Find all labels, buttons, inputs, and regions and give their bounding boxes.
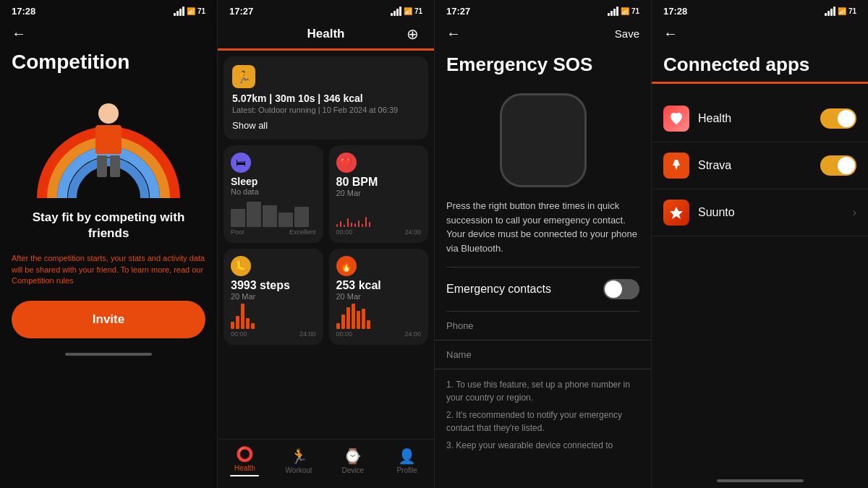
status-bar-2: 17:27 📶 71 [218,0,434,20]
heart-rate-card[interactable]: ❤️ 80 BPM 20 Mar 00:00 24:0 [329,145,429,243]
app-item-strava[interactable]: Strava [652,142,868,189]
emergency-sos-panel: 17:27 📶 71 ← Save Emergency SOS ← Press … [434,0,651,488]
time-1: 17:28 [12,6,35,17]
device-nav-label: Device [342,466,365,474]
note-3: 3. Keep your wearable device connected t… [446,439,639,452]
strava-toggle[interactable] [820,155,856,176]
health-bar [652,82,868,84]
avatar-legs [97,155,120,177]
disclaimer-text: After the competition starts, your stats… [0,247,217,292]
workout-card[interactable]: 🏃 5.07km | 30m 10s | 346 kcal Latest: Ou… [224,56,428,140]
sos-title: Emergency SOS [435,48,651,82]
phone-field[interactable]: Phone [435,312,651,341]
signal-icon [174,7,184,16]
chevron-right-icon: › [853,206,856,219]
signal-icon-4 [825,7,835,16]
sleep-chart-labels: Poor Excellent [231,228,316,236]
health-toggle-knob [838,110,855,127]
app-item-suunto[interactable]: Suunto › [652,189,868,236]
back-button-1[interactable]: ← [0,20,217,48]
workout-icon: 🏃 [232,65,255,88]
workout-stats: 5.07km | 30m 10s | 346 kcal [232,93,420,104]
watch-graphic [500,93,587,187]
kcal-date: 20 Mar [336,292,422,301]
invite-button[interactable]: Invite [12,301,205,338]
battery-text-2: 71 [414,7,422,15]
emergency-contacts-toggle[interactable] [603,279,639,299]
status-icons-2: 📶 71 [391,7,422,16]
avatar-body [95,125,122,154]
toggle-knob [605,281,622,298]
strava-app-name: Strava [698,159,820,172]
health-panel: 17:27 📶 71 Health ⊕ 🏃 5.07km | 30m 10s |… [217,0,434,488]
steps-card[interactable]: 🦶 3993 steps 20 Mar 00:00 24:00 [224,249,323,345]
name-label: Name [446,349,639,360]
nav-device[interactable]: ⌚ Device [326,448,380,474]
name-field[interactable]: Name [435,341,651,369]
connected-apps-header: ← [652,20,868,48]
watch-area: ← [435,82,651,199]
connected-apps-title: Connected apps [652,48,868,82]
nav-health[interactable]: ⭕ Health [218,445,272,476]
sos-header: ← Save [435,20,651,48]
battery-text: 71 [197,7,205,15]
wifi-icon: 📶 [187,7,195,15]
kcal-icon: 🔥 [336,256,357,276]
back-button-4[interactable]: ← [663,25,856,42]
kcal-value: 253 kcal [336,279,422,292]
heart-icon: ❤️ [336,153,357,173]
status-bar-1: 17:28 📶 71 [0,0,217,20]
steps-chart-labels: 00:00 24:00 [231,330,316,338]
signal-icon-2 [391,7,401,16]
health-grid-top: 🛏 Sleep No data Poor Excellent ❤️ 8 [224,145,428,243]
sleep-card[interactable]: 🛏 Sleep No data Poor Excellent [224,145,323,243]
nav-workout[interactable]: 🏃 Workout [272,448,326,474]
suunto-app-icon [663,200,689,226]
kcal-card[interactable]: 🔥 253 kcal 20 Mar 00:00 24:00 [329,249,429,345]
heart-chart-labels: 00:00 24:00 [336,228,422,236]
status-icons-4: 📶 71 [825,7,856,16]
wifi-icon-2: 📶 [404,7,412,15]
health-nav-label: Health [234,464,255,472]
steps-value: 3993 steps [231,279,316,292]
sos-description: Press the right button three times in qu… [435,199,651,267]
strava-toggle-knob [838,157,855,174]
health-nav-icon: ⭕ [236,445,254,463]
health-title: Health [250,27,402,41]
sleep-chart [231,202,316,227]
health-grid-bottom: 🦶 3993 steps 20 Mar 00:00 24:00 🔥 [224,249,428,345]
home-indicator-4 [717,479,804,482]
avatar-area [0,82,217,198]
time-3: 17:27 [446,6,470,17]
steps-icon: 🦶 [231,256,251,276]
signal-icon-3 [608,7,618,16]
heart-value: 80 BPM [336,176,422,189]
time-4: 17:28 [663,6,687,17]
save-button[interactable]: Save [615,27,639,40]
heart-chart [336,200,422,227]
health-scroll: 🏃 5.07km | 30m 10s | 346 kcal Latest: Ou… [218,56,434,439]
home-indicator-1 [65,353,152,356]
kcal-chart [336,304,422,329]
suunto-app-name: Suunto [698,206,847,219]
nav-profile[interactable]: 👤 Profile [380,448,434,474]
strava-app-icon [663,153,689,179]
page-title-1: Competition [0,48,217,82]
wifi-icon-3: 📶 [621,7,629,15]
status-icons-3: 📶 71 [608,7,639,16]
battery-text-3: 71 [631,7,639,15]
sleep-sub: No data [231,187,316,196]
show-all-link[interactable]: Show all [232,120,420,131]
orange-bar [218,48,434,51]
add-button[interactable]: ⊕ [402,25,422,43]
sos-notes: 1. To use this feature, set up a phone n… [435,369,651,461]
sleep-icon: 🛏 [231,153,251,173]
avatar-head [98,103,119,124]
competition-rules-link[interactable]: Competition rules [12,276,74,285]
app-item-health[interactable]: Health [652,95,868,142]
svg-marker-1 [670,207,683,219]
battery-text-4: 71 [848,7,856,15]
profile-nav-label: Profile [396,466,417,474]
health-toggle[interactable] [820,108,856,129]
back-button-3[interactable]: ← [446,25,461,42]
